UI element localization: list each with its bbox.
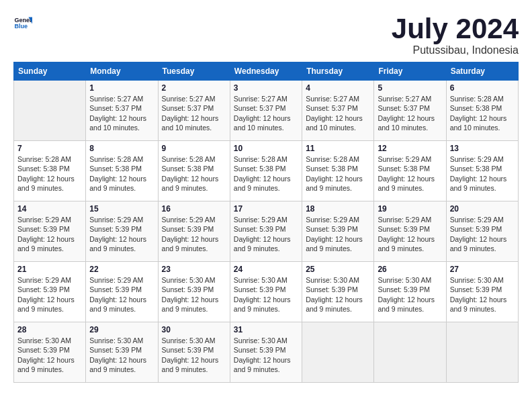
header-sunday: Sunday <box>14 62 86 81</box>
day-number: 27 <box>450 265 515 274</box>
logo-icon: General Blue <box>13 13 32 32</box>
calendar-table: SundayMondayTuesdayWednesdayThursdayFrid… <box>13 62 519 383</box>
day-number: 23 <box>162 265 226 274</box>
day-info: Sunrise: 5:28 AMSunset: 5:38 PMDaylight:… <box>450 94 515 132</box>
header-thursday: Thursday <box>302 62 374 81</box>
calendar-cell: 21Sunrise: 5:29 AMSunset: 5:39 PMDayligh… <box>14 262 86 322</box>
day-number: 20 <box>450 204 515 214</box>
calendar-week-row: 1Sunrise: 5:27 AMSunset: 5:37 PMDaylight… <box>14 81 519 141</box>
day-info: Sunrise: 5:29 AMSunset: 5:39 PMDaylight:… <box>450 215 515 253</box>
day-info: Sunrise: 5:30 AMSunset: 5:39 PMDaylight:… <box>89 336 154 374</box>
day-number: 7 <box>17 144 82 153</box>
day-info: Sunrise: 5:28 AMSunset: 5:38 PMDaylight:… <box>89 154 154 193</box>
day-number: 6 <box>450 83 515 93</box>
day-info: Sunrise: 5:29 AMSunset: 5:39 PMDaylight:… <box>306 215 370 253</box>
day-info: Sunrise: 5:27 AMSunset: 5:37 PMDaylight:… <box>378 94 442 132</box>
day-info: Sunrise: 5:29 AMSunset: 5:39 PMDaylight:… <box>378 215 442 253</box>
day-info: Sunrise: 5:29 AMSunset: 5:39 PMDaylight:… <box>17 275 82 314</box>
calendar-cell <box>14 81 86 141</box>
day-info: Sunrise: 5:27 AMSunset: 5:37 PMDaylight:… <box>234 94 298 132</box>
day-number: 31 <box>234 325 298 334</box>
day-info: Sunrise: 5:29 AMSunset: 5:39 PMDaylight:… <box>162 215 226 253</box>
day-number: 13 <box>450 144 515 153</box>
day-number: 21 <box>17 265 82 274</box>
day-info: Sunrise: 5:30 AMSunset: 5:39 PMDaylight:… <box>162 275 226 314</box>
calendar-cell: 7Sunrise: 5:28 AMSunset: 5:38 PMDaylight… <box>14 141 86 201</box>
day-number: 2 <box>162 83 226 93</box>
day-number: 5 <box>378 83 442 93</box>
location-subtitle: Putussibau, Indonesia <box>392 44 519 56</box>
calendar-cell: 18Sunrise: 5:29 AMSunset: 5:39 PMDayligh… <box>302 201 374 262</box>
calendar-cell: 23Sunrise: 5:30 AMSunset: 5:39 PMDayligh… <box>158 262 230 322</box>
title-area: July 2024 Putussibau, Indonesia <box>392 13 519 56</box>
svg-text:Blue: Blue <box>14 23 28 30</box>
calendar-cell <box>446 322 518 383</box>
calendar-cell: 16Sunrise: 5:29 AMSunset: 5:39 PMDayligh… <box>158 201 230 262</box>
day-info: Sunrise: 5:30 AMSunset: 5:39 PMDaylight:… <box>234 275 298 314</box>
day-info: Sunrise: 5:27 AMSunset: 5:37 PMDaylight:… <box>89 94 154 132</box>
day-info: Sunrise: 5:29 AMSunset: 5:39 PMDaylight:… <box>17 215 82 253</box>
day-info: Sunrise: 5:28 AMSunset: 5:38 PMDaylight:… <box>306 154 370 193</box>
day-info: Sunrise: 5:29 AMSunset: 5:39 PMDaylight:… <box>234 215 298 253</box>
page-header: General Blue July 2024 Putussibau, Indon… <box>13 13 519 56</box>
day-info: Sunrise: 5:28 AMSunset: 5:38 PMDaylight:… <box>234 154 298 193</box>
day-number: 1 <box>89 83 154 93</box>
day-number: 18 <box>306 204 370 214</box>
calendar-cell <box>374 322 446 383</box>
calendar-cell: 19Sunrise: 5:29 AMSunset: 5:39 PMDayligh… <box>374 201 446 262</box>
day-number: 25 <box>306 265 370 274</box>
calendar-cell <box>302 322 374 383</box>
calendar-week-row: 21Sunrise: 5:29 AMSunset: 5:39 PMDayligh… <box>14 262 519 322</box>
calendar-cell: 29Sunrise: 5:30 AMSunset: 5:39 PMDayligh… <box>86 322 158 383</box>
calendar-cell: 30Sunrise: 5:30 AMSunset: 5:39 PMDayligh… <box>158 322 230 383</box>
day-info: Sunrise: 5:30 AMSunset: 5:39 PMDaylight:… <box>378 275 442 314</box>
calendar-cell: 3Sunrise: 5:27 AMSunset: 5:37 PMDaylight… <box>230 81 302 141</box>
header-wednesday: Wednesday <box>230 62 302 81</box>
day-number: 30 <box>162 325 226 334</box>
calendar-cell: 6Sunrise: 5:28 AMSunset: 5:38 PMDaylight… <box>446 81 518 141</box>
header-tuesday: Tuesday <box>158 62 230 81</box>
day-number: 10 <box>234 144 298 153</box>
calendar-week-row: 7Sunrise: 5:28 AMSunset: 5:38 PMDaylight… <box>14 141 519 201</box>
calendar-cell: 27Sunrise: 5:30 AMSunset: 5:39 PMDayligh… <box>446 262 518 322</box>
calendar-cell: 20Sunrise: 5:29 AMSunset: 5:39 PMDayligh… <box>446 201 518 262</box>
day-number: 22 <box>89 265 154 274</box>
day-number: 17 <box>234 204 298 214</box>
day-number: 24 <box>234 265 298 274</box>
logo: General Blue <box>13 13 32 32</box>
calendar-cell: 2Sunrise: 5:27 AMSunset: 5:37 PMDaylight… <box>158 81 230 141</box>
day-number: 3 <box>234 83 298 93</box>
calendar-cell: 4Sunrise: 5:27 AMSunset: 5:37 PMDaylight… <box>302 81 374 141</box>
day-number: 28 <box>17 325 82 334</box>
calendar-cell: 24Sunrise: 5:30 AMSunset: 5:39 PMDayligh… <box>230 262 302 322</box>
day-info: Sunrise: 5:29 AMSunset: 5:39 PMDaylight:… <box>89 215 154 253</box>
calendar-cell: 13Sunrise: 5:29 AMSunset: 5:38 PMDayligh… <box>446 141 518 201</box>
day-number: 19 <box>378 204 442 214</box>
calendar-cell: 12Sunrise: 5:29 AMSunset: 5:38 PMDayligh… <box>374 141 446 201</box>
day-info: Sunrise: 5:27 AMSunset: 5:37 PMDaylight:… <box>162 94 226 132</box>
calendar-week-row: 28Sunrise: 5:30 AMSunset: 5:39 PMDayligh… <box>14 322 519 383</box>
day-number: 14 <box>17 204 82 214</box>
day-info: Sunrise: 5:30 AMSunset: 5:39 PMDaylight:… <box>306 275 370 314</box>
day-number: 12 <box>378 144 442 153</box>
calendar-cell: 10Sunrise: 5:28 AMSunset: 5:38 PMDayligh… <box>230 141 302 201</box>
header-monday: Monday <box>86 62 158 81</box>
day-number: 29 <box>89 325 154 334</box>
day-info: Sunrise: 5:30 AMSunset: 5:39 PMDaylight:… <box>450 275 515 314</box>
calendar-cell: 31Sunrise: 5:30 AMSunset: 5:39 PMDayligh… <box>230 322 302 383</box>
calendar-cell: 25Sunrise: 5:30 AMSunset: 5:39 PMDayligh… <box>302 262 374 322</box>
day-number: 11 <box>306 144 370 153</box>
calendar-cell: 17Sunrise: 5:29 AMSunset: 5:39 PMDayligh… <box>230 201 302 262</box>
day-info: Sunrise: 5:29 AMSunset: 5:38 PMDaylight:… <box>450 154 515 193</box>
day-number: 15 <box>89 204 154 214</box>
day-number: 26 <box>378 265 442 274</box>
calendar-cell: 22Sunrise: 5:29 AMSunset: 5:39 PMDayligh… <box>86 262 158 322</box>
month-title: July 2024 <box>392 13 519 44</box>
day-number: 4 <box>306 83 370 93</box>
calendar-week-row: 14Sunrise: 5:29 AMSunset: 5:39 PMDayligh… <box>14 201 519 262</box>
day-number: 8 <box>89 144 154 153</box>
calendar-cell: 15Sunrise: 5:29 AMSunset: 5:39 PMDayligh… <box>86 201 158 262</box>
calendar-cell: 28Sunrise: 5:30 AMSunset: 5:39 PMDayligh… <box>14 322 86 383</box>
day-number: 16 <box>162 204 226 214</box>
header-friday: Friday <box>374 62 446 81</box>
